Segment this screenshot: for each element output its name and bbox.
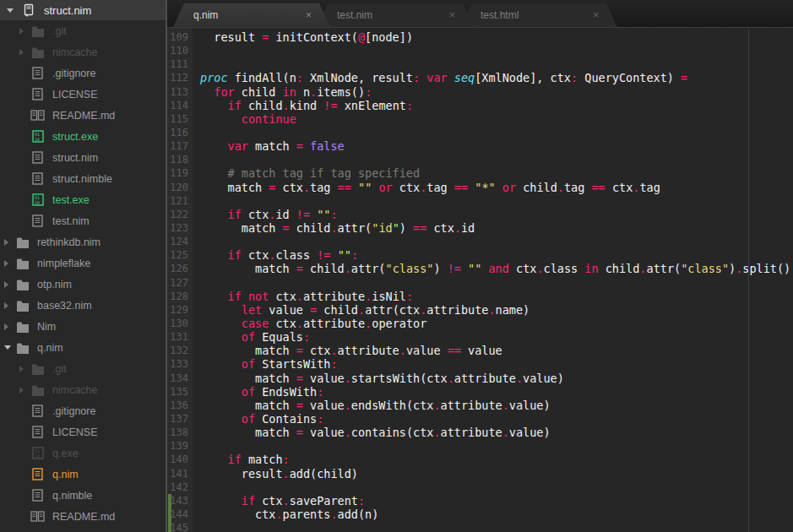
tab-close-icon[interactable]: × bbox=[593, 10, 599, 20]
tab-close-icon[interactable]: × bbox=[306, 10, 312, 20]
tree-item-q-nim[interactable]: q.nim bbox=[0, 464, 166, 485]
tree-item-q-nim[interactable]: q.nim bbox=[0, 337, 166, 358]
code-line[interactable]: let value = child.attr(ctx.attribute.nam… bbox=[200, 303, 793, 317]
code-line[interactable]: match = value.startsWith(ctx.attribute.v… bbox=[200, 372, 793, 385]
tree-item-base32-nim[interactable]: base32.nim bbox=[0, 295, 166, 316]
tree-item--gitignore[interactable]: .gitignore bbox=[0, 400, 166, 421]
code-line[interactable]: match = child.attr("id") == ctx.id bbox=[200, 221, 793, 235]
editor-pane[interactable]: 1091101111121131141151161171181191201211… bbox=[167, 28, 793, 532]
code-line[interactable]: if ctx.class != "": bbox=[200, 248, 793, 262]
chevron-right-icon[interactable] bbox=[4, 302, 8, 309]
chevron-right-icon[interactable] bbox=[4, 281, 8, 288]
chevron-right-icon[interactable] bbox=[19, 366, 24, 372]
tree-item--gitignore[interactable]: .gitignore bbox=[0, 62, 166, 84]
code-line[interactable]: for child in n.items(): bbox=[200, 85, 793, 99]
line-number: 135 bbox=[167, 385, 193, 399]
tree-item-struct-nim[interactable]: struct.nim bbox=[0, 147, 166, 168]
code-line[interactable] bbox=[200, 153, 793, 166]
tree-item-struct-nimble[interactable]: struct.nimble bbox=[0, 168, 166, 189]
tree-item-label: struct.nim bbox=[52, 152, 98, 164]
tree-item--git[interactable]: .git bbox=[0, 358, 166, 379]
line-number: 119 bbox=[167, 166, 193, 180]
editor-group: q.nim×test.nim×test.html× 10911011111211… bbox=[167, 0, 793, 532]
chevron-down-icon[interactable] bbox=[4, 345, 11, 350]
chevron-right-icon[interactable] bbox=[4, 239, 8, 246]
code-line[interactable]: of Equals: bbox=[200, 330, 793, 344]
line-number: 128 bbox=[167, 290, 193, 303]
tree-item-nim[interactable]: Nim bbox=[0, 316, 166, 337]
line-gutter: 1091101111121131141151161171181191201211… bbox=[167, 28, 193, 532]
tree-item-nimcache[interactable]: nimcache bbox=[0, 41, 166, 62]
code-line[interactable]: match = ctx.attribute.value == value bbox=[200, 344, 793, 357]
tree-item-label: .git bbox=[52, 25, 67, 37]
tab-q-nim[interactable]: q.nim× bbox=[173, 3, 330, 27]
chevron-right-icon[interactable] bbox=[19, 387, 24, 394]
code-line[interactable]: if ctx.saveParent: bbox=[200, 494, 793, 508]
code-line[interactable] bbox=[200, 235, 793, 248]
code-area[interactable]: result = initContext(@[node])proc findAl… bbox=[193, 28, 793, 532]
project-title: struct.nim bbox=[44, 4, 91, 17]
tree-item-label: Nim bbox=[37, 321, 56, 333]
code-line[interactable] bbox=[200, 194, 793, 208]
code-line[interactable] bbox=[200, 44, 793, 57]
chevron-right-icon[interactable] bbox=[4, 260, 8, 267]
tree-item-test-nim[interactable]: test.nim bbox=[0, 210, 166, 231]
code-line[interactable]: result.add(child) bbox=[200, 467, 793, 480]
tree-item-test-exe[interactable]: 0110test.exe bbox=[0, 189, 166, 210]
tab-close-icon[interactable]: × bbox=[449, 10, 455, 20]
tree-item-label: struct.nimble bbox=[52, 173, 112, 185]
chevron-right-icon[interactable] bbox=[4, 323, 8, 330]
tree-item-q-exe[interactable]: 0110q.exe bbox=[0, 442, 166, 464]
code-line[interactable]: of StartsWith: bbox=[200, 357, 793, 371]
code-line[interactable] bbox=[200, 480, 793, 494]
tree-item-nimcache[interactable]: nimcache bbox=[0, 379, 166, 400]
code-line[interactable]: if not ctx.attribute.isNil: bbox=[200, 290, 793, 303]
tree-item-rethinkdb-nim[interactable]: rethinkdb.nim bbox=[0, 231, 166, 252]
folder-icon bbox=[15, 342, 30, 354]
code-line[interactable] bbox=[200, 126, 793, 139]
code-line[interactable]: var match = false bbox=[200, 139, 793, 153]
folder-icon bbox=[15, 258, 30, 269]
tree-item-label: q.nim bbox=[52, 469, 79, 480]
tree-item-struct-exe[interactable]: 0110struct.exe bbox=[0, 126, 166, 147]
code-line[interactable]: match = value.endsWith(ctx.attribute.val… bbox=[200, 399, 793, 412]
chevron-right-icon[interactable] bbox=[19, 28, 24, 35]
sidebar-header[interactable]: struct.nim bbox=[0, 0, 166, 20]
code-line[interactable] bbox=[200, 439, 793, 453]
code-line[interactable]: if child.kind != xnElement: bbox=[200, 99, 793, 112]
tab-test-nim[interactable]: test.nim× bbox=[317, 3, 474, 27]
code-line[interactable]: continue bbox=[200, 112, 793, 126]
tree-item-readme-md[interactable]: README.md bbox=[0, 105, 166, 126]
tree-item-label: base32.nim bbox=[37, 300, 92, 312]
code-line[interactable] bbox=[200, 57, 793, 71]
code-line[interactable]: result = initContext(@[node]) bbox=[200, 30, 793, 44]
line-number: 115 bbox=[167, 112, 193, 126]
code-line[interactable]: match = child.attr("class") != "" and ct… bbox=[200, 262, 793, 275]
file-icon bbox=[30, 172, 45, 185]
code-line[interactable] bbox=[200, 276, 793, 290]
code-line[interactable] bbox=[200, 521, 793, 532]
line-number: 130 bbox=[167, 317, 193, 330]
file-icon bbox=[30, 489, 45, 502]
tree-item-nimpleflake[interactable]: nimpleflake bbox=[0, 252, 166, 274]
chevron-right-icon[interactable] bbox=[19, 49, 24, 56]
code-line[interactable]: of Contains: bbox=[200, 412, 793, 426]
code-line[interactable]: of EndsWith: bbox=[200, 385, 793, 399]
code-line[interactable]: if match: bbox=[200, 453, 793, 466]
tree-item-q-nimble[interactable]: q.nimble bbox=[0, 485, 166, 506]
code-line[interactable]: case ctx.attribute.operator bbox=[200, 317, 793, 330]
line-number: 112 bbox=[167, 71, 193, 84]
tree-item-readme-md[interactable]: README.md bbox=[0, 506, 166, 527]
tree-item-otp-nim[interactable]: otp.nim bbox=[0, 274, 166, 295]
chevron-down-icon[interactable] bbox=[7, 8, 14, 13]
code-line[interactable]: match = value.contains(ctx.attribute.val… bbox=[200, 426, 793, 439]
code-line[interactable]: match = ctx.tag == "" or ctx.tag == "*" … bbox=[200, 181, 793, 194]
tree-item-license[interactable]: LICENSE bbox=[0, 421, 166, 442]
tree-item-license[interactable]: LICENSE bbox=[0, 84, 166, 105]
code-line[interactable]: # match tag if tag specified bbox=[200, 166, 793, 180]
tree-item--git[interactable]: .git bbox=[0, 20, 166, 41]
code-line[interactable]: ctx.parents.add(n) bbox=[200, 508, 793, 521]
code-line[interactable]: if ctx.id != "": bbox=[200, 208, 793, 221]
tab-test-html[interactable]: test.html× bbox=[460, 3, 617, 27]
code-line[interactable]: proc findAll(n: XmlNode, result: var seq… bbox=[200, 71, 793, 84]
